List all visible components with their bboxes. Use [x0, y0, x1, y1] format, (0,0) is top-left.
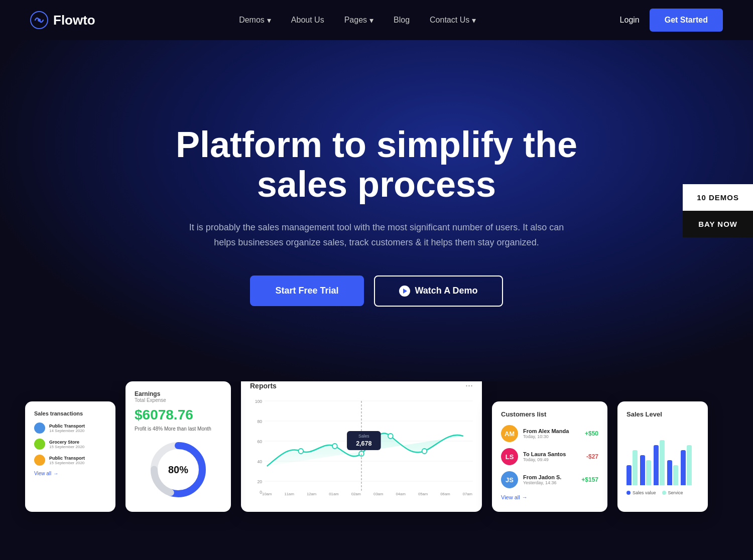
svg-point-1 — [38, 19, 41, 22]
bar-group-5 — [681, 445, 692, 485]
svg-text:100: 100 — [255, 399, 263, 404]
bar-sales-5 — [681, 450, 686, 485]
chevron-down-icon: ▾ — [472, 16, 476, 25]
side-tabs: 10 DEMOS BAY NOW — [683, 184, 753, 237]
nav-blog[interactable]: Blog — [394, 16, 410, 25]
legend-dot-sales — [626, 491, 631, 495]
svg-text:04am: 04am — [396, 492, 406, 496]
trans-date-3: 15 September 2020 — [49, 461, 106, 465]
svg-point-19 — [388, 434, 393, 439]
transaction-item-1: Public Transport 14 September 2020 — [34, 423, 106, 434]
play-icon — [399, 286, 410, 297]
hero-section: Platform to simplify the sales process I… — [0, 40, 753, 381]
bar-service-2 — [646, 460, 651, 485]
svg-text:06am: 06am — [440, 492, 450, 496]
customer-time-3: Yesterday, 14:36 — [523, 480, 576, 485]
customer-item-1: AM From Alex Manda Today, 10:30 +$50 — [501, 425, 598, 442]
nav-right: Login Get Started — [620, 9, 723, 32]
trans-name-1: Public Transport — [49, 424, 106, 429]
customer-name-3: From Jadon S. — [523, 474, 576, 480]
svg-text:60: 60 — [257, 439, 262, 444]
chevron-down-icon: ▾ — [267, 16, 271, 25]
bar-service-5 — [687, 445, 692, 485]
legend-dot-service — [662, 491, 666, 495]
bar-legend: Sales value Service — [626, 490, 699, 495]
svg-text:11am: 11am — [285, 492, 295, 496]
bus-icon — [34, 423, 45, 434]
bar-group-4 — [667, 460, 678, 485]
trans-date-2: 15 September 2020 — [49, 445, 106, 449]
customer-amount-1: +$50 — [585, 430, 598, 437]
customer-time-1: Today, 10:30 — [523, 434, 580, 439]
svg-point-16 — [299, 449, 304, 454]
transactions-title: Sales transactions — [34, 410, 106, 416]
customer-item-2: LS To Laura Santos Today, 09:49 -$27 — [501, 448, 598, 465]
transactions-view-all[interactable]: View all → — [34, 471, 106, 476]
bar-sales-2 — [640, 455, 645, 485]
customer-avatar-3: JS — [501, 471, 518, 488]
reports-chart: 100 80 60 40 20 0 — [250, 396, 473, 496]
customers-view-all[interactable]: View all → — [501, 494, 598, 500]
brand-name: Flowto — [53, 13, 95, 28]
buy-tab[interactable]: BAY NOW — [683, 211, 753, 237]
bar-service-3 — [660, 440, 665, 485]
svg-text:2,678: 2,678 — [356, 440, 371, 447]
svg-text:07am: 07am — [463, 492, 473, 496]
trans-name-2: Grocery Store — [49, 440, 106, 445]
nav-contact[interactable]: Contact Us ▾ — [430, 16, 476, 25]
svg-text:10am: 10am — [262, 492, 272, 496]
login-button[interactable]: Login — [620, 16, 640, 25]
bar-sales-4 — [667, 460, 672, 485]
hero-title: Platform to simplify the sales process — [151, 125, 602, 204]
sales-level-title: Sales Level — [626, 410, 699, 418]
svg-point-20 — [422, 449, 427, 454]
reports-menu[interactable]: ··· — [465, 381, 473, 391]
trans-date-1: 14 September 2020 — [49, 429, 106, 433]
start-trial-button[interactable]: Start Free Trial — [250, 275, 363, 306]
get-started-button[interactable]: Get Started — [650, 9, 723, 32]
svg-text:03am: 03am — [373, 492, 384, 496]
dashboard-section: Sales transactions Public Transport 14 S… — [0, 381, 753, 552]
svg-text:12am: 12am — [307, 492, 317, 496]
bar-group-3 — [654, 440, 665, 485]
donut-percent: 80% — [168, 464, 188, 476]
chevron-down-icon: ▾ — [369, 16, 373, 25]
logo[interactable]: Flowto — [30, 11, 95, 29]
bar-sales-1 — [626, 465, 632, 485]
sales-level-card: Sales Level — [617, 401, 708, 512]
svg-text:02am: 02am — [351, 492, 361, 496]
transactions-card: Sales transactions Public Transport 14 S… — [25, 401, 115, 512]
logo-icon — [30, 11, 48, 29]
demos-tab[interactable]: 10 DEMOS — [683, 184, 753, 211]
earnings-card: Earnings Total Expense $6078.76 Profit i… — [126, 381, 231, 512]
svg-point-17 — [332, 444, 337, 449]
donut-chart: 80% — [135, 440, 222, 500]
dashboard-cards: Sales transactions Public Transport 14 S… — [15, 381, 738, 512]
earnings-sublabel: Total Expense — [135, 397, 222, 403]
svg-text:05am: 05am — [418, 492, 428, 496]
svg-text:Sales: Sales — [358, 434, 369, 439]
customer-item-3: JS From Jadon S. Yesterday, 14:36 +$157 — [501, 471, 598, 488]
hero-buttons: Start Free Trial Watch A Demo — [250, 275, 503, 307]
earnings-amount: $6078.76 — [135, 407, 222, 423]
transaction-item-2: Grocery Store 15 September 2020 — [34, 439, 106, 450]
grocery-icon — [34, 439, 45, 450]
transaction-item-3: Public Transport 15 September 2020 — [34, 455, 106, 466]
nav-pages[interactable]: Pages ▾ — [344, 16, 373, 25]
bar-service-1 — [633, 450, 638, 485]
svg-text:01am: 01am — [329, 492, 339, 496]
legend-sales: Sales value — [626, 490, 656, 495]
bar-chart — [626, 425, 699, 485]
customer-name-1: From Alex Manda — [523, 428, 580, 434]
customer-time-2: Today, 09:49 — [523, 457, 581, 462]
bar-group-1 — [626, 450, 638, 485]
nav-about[interactable]: About Us — [291, 16, 324, 25]
nav-demos[interactable]: Demos ▾ — [239, 16, 271, 25]
customer-avatar-2: LS — [501, 448, 518, 465]
reports-title: Reports — [250, 382, 277, 390]
transport2-icon — [34, 455, 45, 466]
customer-amount-3: +$157 — [581, 476, 598, 483]
svg-text:20: 20 — [257, 479, 262, 484]
customers-title: Customers list — [501, 410, 598, 418]
watch-demo-button[interactable]: Watch A Demo — [374, 275, 503, 307]
